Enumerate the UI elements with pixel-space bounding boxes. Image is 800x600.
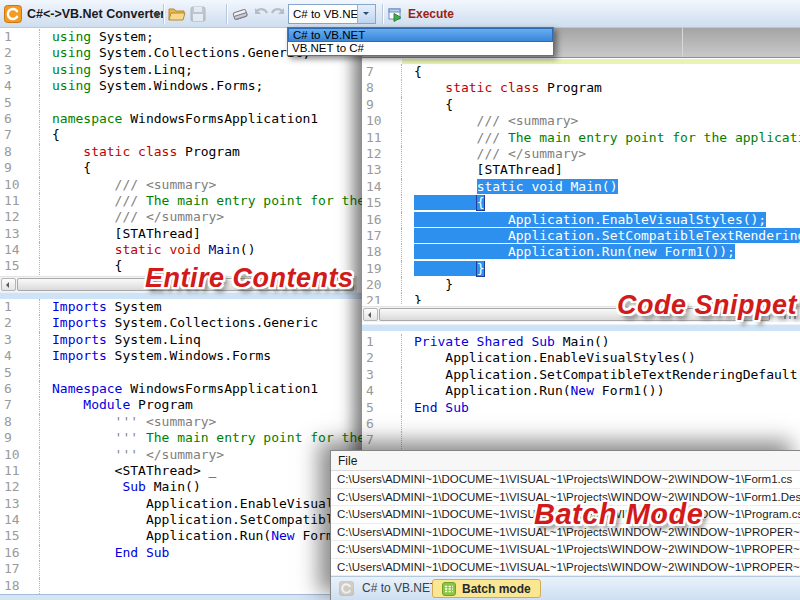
code-line: 16 End Sub: [0, 545, 362, 561]
line-number: 14: [0, 242, 39, 258]
line-number: 16: [362, 212, 401, 228]
line-number: 6: [362, 416, 401, 432]
redo-arrow-icon[interactable]: [268, 4, 288, 24]
code-line: 9 {: [0, 160, 362, 176]
code-line: 17 Application.SetCompatibleTextRenderin…: [362, 228, 800, 244]
code-line: 4using System.Windows.Forms;: [0, 78, 362, 94]
line-number: 12: [0, 209, 39, 225]
file-menu[interactable]: File: [331, 452, 364, 471]
code-line: 13 Application.EnableVisualStyles(): [0, 496, 362, 512]
code-line: 14 static void Main(): [362, 179, 800, 195]
batch-list-icon: [442, 582, 456, 596]
combo-value: C# to VB.NET: [293, 5, 365, 23]
code-line: 5End Sub: [362, 400, 800, 416]
panel-divider: [362, 324, 800, 331]
code-line: 16 Application.EnableVisualStyles();: [362, 212, 800, 228]
combo-dropdown-button[interactable]: [357, 5, 375, 23]
open-folder-icon[interactable]: [167, 4, 187, 24]
batch-mode-label-sticker: Batch Mode: [534, 500, 703, 529]
line-number: 3: [0, 62, 39, 78]
line-number: 15: [0, 258, 39, 274]
code-line: 8 ''' <summary>: [0, 414, 362, 430]
code-line: 11 <STAThread> _: [0, 463, 362, 479]
code-line: 7{: [0, 127, 362, 143]
code-line: 14 Application.SetCompatibleTextRenderin…: [0, 512, 362, 528]
line-number: 9: [362, 97, 401, 113]
line-number: 9: [0, 160, 39, 176]
code-line: 2Imports System.Collections.Generic: [0, 315, 362, 331]
file-path-row[interactable]: C:\Users\ADMINI~1\DOCUME~1\VISUAL~1\Proj…: [331, 559, 800, 577]
code-line: 7{: [362, 64, 800, 80]
code-line: 9 ''' The main entry point for the appli…: [0, 430, 362, 446]
line-number: 5: [0, 95, 39, 111]
code-line: 3 Application.SetCompatibleTextRendering…: [362, 367, 800, 383]
code-line: 18 Application.Run(new Form1());: [362, 244, 800, 260]
line-number: 2: [0, 45, 39, 61]
app-title-menu[interactable]: C#<->VB.Net Converter: [27, 0, 165, 28]
code-snippet-label: Code Snippet: [617, 292, 797, 319]
code-line: 13 [STAThread]: [0, 226, 362, 242]
line-number: 11: [0, 193, 39, 209]
line-number: 12: [0, 479, 39, 495]
code-line: 15 Application.Run(New Form1()): [0, 528, 362, 544]
line-number: 20: [362, 277, 401, 293]
line-number: 13: [0, 496, 39, 512]
statusbar-tab-csharp-to-vbnet[interactable]: C# to VB.NET: [362, 577, 437, 600]
line-number: 14: [0, 512, 39, 528]
line-number: 2: [0, 315, 39, 331]
toolbar-separator: [163, 4, 164, 24]
code-line: 10 ''' </summary>: [0, 447, 362, 463]
line-number: 5: [362, 400, 401, 416]
scroll-left-arrow[interactable]: [363, 308, 378, 321]
code-line: 6Namespace WindowsFormsApplication1: [0, 381, 362, 397]
line-number: 13: [362, 162, 401, 178]
code-line: 18: [0, 578, 362, 594]
line-number: 7: [362, 64, 401, 80]
code-line: 4Imports System.Windows.Forms: [0, 348, 362, 364]
line-number: 7: [0, 127, 39, 143]
code-line: 11 /// The main entry point for the appl…: [0, 193, 362, 209]
line-number: 17: [0, 561, 39, 577]
line-number: 7: [0, 397, 39, 413]
dropdown-option[interactable]: C# to VB.NET: [288, 28, 553, 42]
dropdown-option[interactable]: VB.NET to C#: [288, 42, 553, 56]
code-line: 7: [362, 432, 800, 448]
code-line: 12 Sub Main(): [0, 479, 362, 495]
code-line: 7 Module Program: [0, 397, 362, 413]
vbnet-output-editor[interactable]: 1Imports System2Imports System.Collectio…: [0, 299, 362, 600]
scroll-left-arrow[interactable]: [1, 278, 16, 291]
code-line: 12 /// </summary>: [0, 209, 362, 225]
line-number: 4: [0, 78, 39, 94]
main-toolbar: C#<->VB.Net Converter C# to VB.NET: [0, 0, 800, 28]
line-number: 10: [0, 447, 39, 463]
line-number: 13: [0, 226, 39, 242]
conversion-direction-combo[interactable]: C# to VB.NET: [288, 4, 376, 24]
csharp-snippet-editor[interactable]: 7{8 static class Program9 {10 /// <summa…: [362, 64, 800, 304]
line-number: 4: [0, 348, 39, 364]
batch-menubar: File: [331, 451, 800, 471]
code-line: 4 Application.Run(New Form1()): [362, 383, 800, 399]
line-number: 8: [0, 144, 39, 160]
line-number: 18: [0, 578, 39, 594]
file-path-row[interactable]: C:\Users\ADMINI~1\DOCUME~1\VISUAL~1\Proj…: [331, 471, 800, 489]
line-number: 6: [0, 111, 39, 127]
line-number: 3: [362, 367, 401, 383]
file-path-row[interactable]: C:\Users\ADMINI~1\DOCUME~1\VISUAL~1\Proj…: [331, 541, 800, 559]
line-number: 1: [0, 299, 39, 315]
code-line: 3Imports System.Linq: [0, 332, 362, 348]
csharp-source-editor[interactable]: 1using System;2using System.Collections.…: [0, 28, 362, 277]
code-line: 5: [0, 365, 362, 381]
line-number: 11: [362, 130, 401, 146]
eraser-icon[interactable]: [230, 4, 250, 24]
batch-mode-toggle[interactable]: Batch mode: [432, 579, 541, 598]
line-number: 3: [0, 332, 39, 348]
code-line: 3using System.Linq;: [0, 62, 362, 78]
chevron-down-icon: [153, 13, 161, 21]
execute-button[interactable]: Execute: [388, 4, 454, 24]
line-number: 7: [362, 432, 401, 448]
code-line: 2 Application.EnableVisualStyles(): [362, 350, 800, 366]
toolbar-separator: [226, 4, 227, 24]
line-number: 10: [0, 177, 39, 193]
line-number: 4: [362, 383, 401, 399]
save-floppy-icon[interactable]: [188, 4, 208, 24]
